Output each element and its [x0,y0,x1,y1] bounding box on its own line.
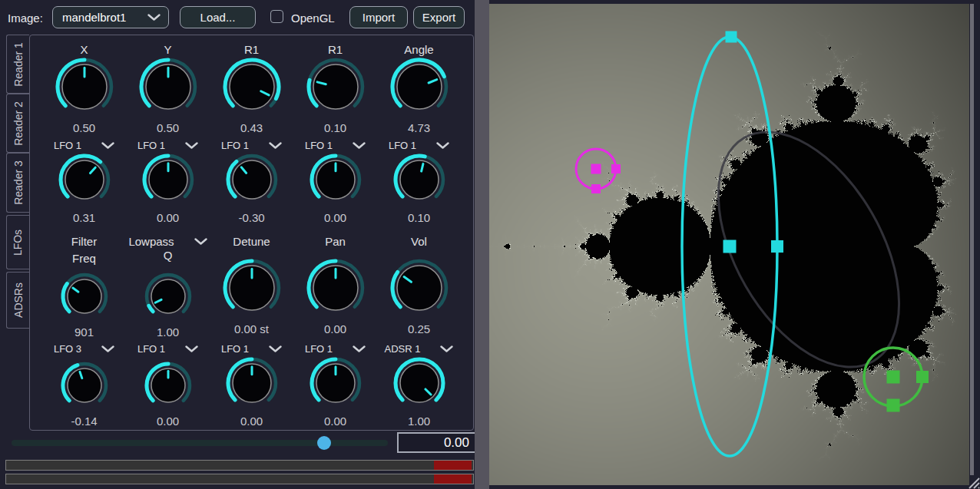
reader-3-handle-bottom[interactable] [887,399,900,412]
dropdown-value: LFO 1 [305,343,333,355]
resize-grip-icon[interactable] [965,474,980,489]
ghost-ellipse-shape[interactable] [681,101,937,398]
fractal-view[interactable] [489,4,969,485]
q-mod-source-dropdown[interactable]: LFO 1 [137,341,198,356]
export-button[interactable]: Export [413,6,465,28]
dropdown-value: LFO 1 [305,140,333,151]
dropdown-value: LFO 1 [137,140,165,151]
knob-pan[interactable] [306,258,366,321]
chevron-down-icon [185,142,198,149]
tab-reader-2[interactable]: Reader 2 [6,94,29,153]
angle-value: 4.73 [408,121,430,134]
reader-1-handle-right[interactable] [771,240,783,253]
knob-detune[interactable] [222,258,282,321]
knob-r1b-mod[interactable] [309,153,363,210]
knob-filter-freq[interactable] [60,272,109,324]
filter-freq-label: FilterFreq [71,233,97,267]
filter-q-source-dropdown[interactable]: Lowpass [128,233,207,249]
panel-splitter[interactable] [475,0,489,489]
knob-x-mod[interactable] [58,153,111,210]
knob-y-mod[interactable] [141,153,195,210]
vol-mod-source-dropdown[interactable]: ADSR 1 [385,341,454,356]
pan-mod-value: 0.00 [324,415,346,428]
knob-angle[interactable] [389,57,449,120]
tab-reader-3[interactable]: Reader 3 [6,153,29,213]
position-slider[interactable] [12,440,388,446]
chevron-down-icon [101,345,114,352]
image-label: Image: [8,12,43,25]
knob-r1[interactable] [222,57,282,120]
knob-cell-filter-freq: FilterFreq 901 [42,233,126,341]
y-mod-source-dropdown[interactable]: LFO 1 [137,137,198,153]
r1-value: 0.43 [240,121,263,134]
tab-lfos[interactable]: LFOs [6,215,29,269]
slider-value-box[interactable]: 0.00 [397,432,477,453]
reader-1-handle-top[interactable] [726,31,737,43]
chevron-down-icon [353,142,366,149]
knob-y[interactable] [138,57,198,120]
reader-overlay [489,4,969,485]
knob-detune-mod[interactable] [225,356,279,413]
knob-r1-mod[interactable] [225,153,279,210]
knob-row-2: LFO 1 0.31LFO 1 0.00LFO 1 -0.30LFO 1 0.0… [30,137,473,223]
opengl-checkbox[interactable] [270,10,283,23]
knob-vol-mod[interactable] [392,356,446,413]
chevron-down-icon [436,142,449,149]
pan-mod-source-dropdown[interactable]: LFO 1 [305,341,366,356]
knob-filter-q[interactable] [144,272,193,324]
knob-r1b[interactable] [306,57,366,120]
image-select-value: mandelbrot1 [62,11,126,24]
reader-2-handle-center[interactable] [591,164,601,174]
reader-1-handle-center[interactable] [723,240,737,253]
chevron-down-icon [353,345,366,352]
reader-3-handle-center[interactable] [887,371,900,384]
detune-mod-source-dropdown[interactable]: LFO 1 [221,341,282,356]
knob-cell-pan: Pan 0.00 [293,233,377,341]
x-mod-source-dropdown[interactable]: LFO 1 [54,137,114,153]
dropdown-value: LFO 3 [54,343,81,355]
tab-adsrs[interactable]: ADSRs [6,272,29,329]
meter-bar-1 [5,460,474,471]
knob-cell-q-mod: LFO 1 0.00 [126,341,210,428]
reader-3-handle-right[interactable] [916,371,929,383]
chevron-down-icon [101,142,114,149]
q-mod-value: 0.00 [157,415,179,428]
chevron-down-icon [185,345,198,352]
vol-value: 0.25 [408,322,430,335]
knob-cell-filter-freq-mod: LFO 3 -0.14 [42,341,126,428]
tab-reader-1[interactable]: Reader 1 [6,35,29,94]
x-label: X [80,41,88,57]
knob-cell-x-mod: LFO 1 0.31 [42,137,126,224]
slider-thumb[interactable] [317,436,331,450]
r1-label: R1 [244,41,259,57]
vol-label: Vol [411,233,427,249]
r1b-label: R1 [328,41,343,57]
knob-pan-mod[interactable] [309,356,363,413]
chevron-down-icon [440,345,453,352]
knob-row-4: LFO 3 -0.14LFO 1 0.00LFO 1 0.00LFO 1 0.0… [30,341,473,427]
dropdown-value: LFO 1 [389,140,416,151]
r1-mod-source-dropdown[interactable]: LFO 1 [221,137,282,153]
angle-label: Angle [404,41,433,57]
knob-filter-freq-mod[interactable] [60,361,109,413]
chevron-down-icon [269,142,282,149]
knob-angle-mod[interactable] [392,153,446,210]
knob-cell-detune: Detune 0.00 st [210,233,293,341]
image-select[interactable]: mandelbrot1 [52,6,169,28]
reader-2-handle-bottom[interactable] [591,184,601,193]
knob-q-mod[interactable] [144,361,193,413]
x-value: 0.50 [73,121,95,134]
angle-mod-value: 0.10 [408,211,430,224]
knob-vol[interactable] [389,258,449,321]
load-button[interactable]: Load... [180,6,256,28]
knob-cell-vol: Vol 0.25 [377,233,461,341]
r1b-mod-source-dropdown[interactable]: LFO 1 [305,137,366,153]
import-button[interactable]: Import [349,6,408,28]
knob-cell-r1b: R1 0.10 [293,41,377,137]
filter-freq-mod-source-dropdown[interactable]: LFO 3 [54,341,114,356]
r1b-value: 0.10 [324,121,346,134]
knob-x[interactable] [55,57,114,120]
angle-mod-source-dropdown[interactable]: LFO 1 [389,137,449,153]
reader-2-handle-right[interactable] [611,164,621,173]
y-label: Y [164,41,171,57]
